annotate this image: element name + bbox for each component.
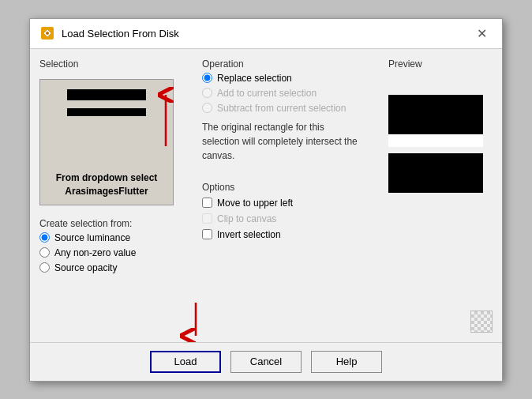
dialog-footer: Load Cancel Help <box>30 342 502 381</box>
middle-column: Operation Replace selection Add to curre… <box>189 58 382 333</box>
clip-to-canvas-checkbox[interactable] <box>202 213 212 224</box>
preview-rect-2 <box>388 153 483 193</box>
non-zero-label: Any non-zero value <box>54 247 136 258</box>
source-luminance-option[interactable]: Source luminance <box>39 232 189 243</box>
operation-label: Operation <box>202 58 376 70</box>
add-selection-label: Add to current selection <box>217 88 317 99</box>
options-section: Options Move to upper left Clip to canva… <box>202 182 376 240</box>
replace-selection-label: Replace selection <box>217 73 292 84</box>
selection-preview-area: From dropdown select ArasimagesFlutter <box>39 79 174 205</box>
load-button[interactable]: Load <box>150 351 221 373</box>
dialog-body: Selection From dropdown select Arasimage… <box>30 49 502 342</box>
clip-to-canvas-label: Clip to canvas <box>217 213 276 224</box>
red-arrow-up-icon <box>154 87 178 150</box>
options-checkbox-group: Move to upper left Clip to canvas Invert… <box>202 198 376 240</box>
source-opacity-option[interactable]: Source opacity <box>39 262 189 273</box>
move-upper-left-label: Move to upper left <box>217 198 293 209</box>
footer-area: Load Cancel Help <box>30 342 502 381</box>
app-icon <box>39 25 55 41</box>
replace-selection-option[interactable]: Replace selection <box>202 73 376 84</box>
preview-gap <box>388 134 483 147</box>
add-selection-option[interactable]: Add to current selection <box>202 88 376 99</box>
preview-content <box>388 79 493 193</box>
source-luminance-radio[interactable] <box>39 232 50 243</box>
invert-selection-option[interactable]: Invert selection <box>202 229 376 240</box>
preview-spacer <box>388 199 493 304</box>
title-bar: Load Selection From Disk ✕ <box>30 19 502 49</box>
source-opacity-radio[interactable] <box>39 262 50 273</box>
non-zero-option[interactable]: Any non-zero value <box>39 247 189 258</box>
operation-info-text: The original rectangle for this selectio… <box>202 120 360 163</box>
subtract-selection-radio[interactable] <box>202 103 212 113</box>
create-selection-label: Create selection from: <box>39 218 189 229</box>
red-arrow-down-icon <box>172 303 219 342</box>
create-selection-section: Create selection from: Source luminance … <box>39 218 189 273</box>
help-button[interactable]: Help <box>311 351 382 373</box>
left-column: Selection From dropdown select Arasimage… <box>39 58 189 333</box>
operation-radio-group: Replace selection Add to current selecti… <box>202 73 376 114</box>
annotation-text: From dropdown select ArasimagesFlutter <box>48 171 165 198</box>
dialog-title: Load Selection From Disk <box>62 28 179 40</box>
preview-rect-1 <box>388 95 483 134</box>
add-selection-radio[interactable] <box>202 88 212 98</box>
create-selection-radio-group: Source luminance Any non-zero value Sour… <box>39 232 189 273</box>
load-selection-dialog: Load Selection From Disk ✕ Selection Fro… <box>29 18 503 382</box>
operation-section: Operation Replace selection Add to curre… <box>202 58 376 163</box>
move-upper-left-option[interactable]: Move to upper left <box>202 198 376 209</box>
subtract-selection-label: Subtract from current selection <box>217 103 346 114</box>
selection-label: Selection <box>39 58 189 70</box>
checkerboard-icon <box>470 311 493 333</box>
source-luminance-label: Source luminance <box>54 232 130 243</box>
svg-point-1 <box>46 32 49 35</box>
selection-rect-bottom <box>67 108 146 116</box>
selection-rect-top <box>67 89 146 100</box>
subtract-selection-option[interactable]: Subtract from current selection <box>202 103 376 114</box>
replace-selection-radio[interactable] <box>202 73 212 83</box>
invert-selection-checkbox[interactable] <box>202 229 212 239</box>
options-label: Options <box>202 182 376 193</box>
cancel-button[interactable]: Cancel <box>230 351 302 373</box>
clip-to-canvas-option[interactable]: Clip to canvas <box>202 213 376 224</box>
title-bar-left: Load Selection From Disk <box>39 25 179 41</box>
close-button[interactable]: ✕ <box>470 24 493 43</box>
invert-selection-label: Invert selection <box>217 229 281 240</box>
move-upper-left-checkbox[interactable] <box>202 198 212 208</box>
non-zero-radio[interactable] <box>39 247 50 258</box>
source-opacity-label: Source opacity <box>54 262 117 273</box>
right-column: Preview <box>382 58 493 333</box>
preview-label: Preview <box>388 58 493 70</box>
